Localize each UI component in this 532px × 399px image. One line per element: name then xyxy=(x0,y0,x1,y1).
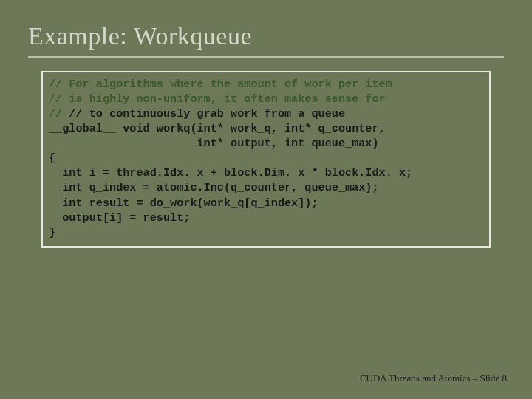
code-text: // to continuously grab work from a queu… xyxy=(69,107,345,120)
code-line: int* output, int queue_max) xyxy=(49,136,483,151)
code-line: } xyxy=(49,225,483,240)
code-line: { xyxy=(49,151,483,166)
comment-prefix: // xyxy=(49,107,69,120)
code-line: int i = thread.Idx. x + block.Dim. x * b… xyxy=(49,166,483,180)
code-line: __global__ void workq(int* work_q, int* … xyxy=(49,121,483,136)
code-line: int q_index = atomic.Inc(q_counter, queu… xyxy=(49,180,483,195)
slide-title: Example: Workqueue xyxy=(28,22,504,50)
title-underline xyxy=(28,56,504,58)
code-line: // is highly non-uniform, it often makes… xyxy=(49,92,483,106)
code-line: output[i] = result; xyxy=(49,211,483,225)
code-line: // For algorithms where the amount of wo… xyxy=(49,77,483,92)
code-line: // // to continuously grab work from a q… xyxy=(49,106,483,121)
slide: Example: Workqueue // For algorithms whe… xyxy=(0,0,532,399)
code-line: int result = do_work(work_q[q_index]); xyxy=(49,196,483,211)
slide-footer: CUDA Threads and Atomics – Slide 8 xyxy=(360,372,507,384)
code-block: // For algorithms where the amount of wo… xyxy=(41,71,491,248)
